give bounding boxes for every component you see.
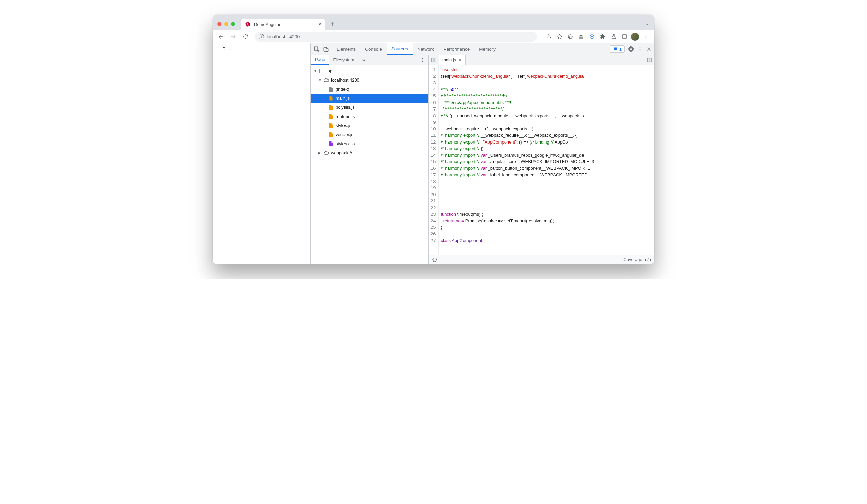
- tab-title: DemoAngular: [254, 22, 281, 27]
- navigator-subtab-filesystem[interactable]: Filesystem: [329, 55, 358, 65]
- devtools-tab-network[interactable]: Network: [413, 43, 439, 55]
- extension-icon-2[interactable]: [587, 32, 597, 42]
- svg-point-6: [591, 36, 593, 37]
- svg-point-20: [422, 61, 423, 61]
- tree-file[interactable]: vendor.js: [311, 130, 428, 139]
- tree-webpack[interactable]: ▶ webpack://: [311, 148, 428, 157]
- tree-label: polyfills.js: [336, 105, 355, 110]
- devtools-more-tabs[interactable]: »: [500, 43, 512, 55]
- minimize-window-button[interactable]: [224, 22, 228, 26]
- svg-point-16: [640, 48, 641, 50]
- tree-file[interactable]: styles.css: [311, 139, 428, 148]
- editor-panel: main.js × 123456789101112131415161718192…: [429, 55, 654, 264]
- file-tree[interactable]: ▼ top ▼ localhost:4200 (index)main.jspol…: [311, 65, 428, 264]
- profile-avatar[interactable]: [630, 32, 640, 42]
- tree-file[interactable]: polyfills.js: [311, 103, 428, 112]
- code-content[interactable]: "use strict";(self["webpackChunkdemo_ang…: [439, 65, 596, 255]
- pretty-print-button[interactable]: {}: [432, 257, 438, 262]
- toolbar-actions: [544, 32, 651, 42]
- counter-widget: + 0 -: [215, 46, 232, 52]
- devtools: ElementsConsoleSourcesNetworkPerformance…: [310, 43, 654, 264]
- share-icon[interactable]: [544, 32, 554, 42]
- tree-file[interactable]: runtime.js: [311, 112, 428, 121]
- svg-point-15: [640, 47, 641, 48]
- incognito-icon[interactable]: [576, 32, 586, 42]
- svg-point-3: [579, 37, 581, 39]
- navigator-subtab-page[interactable]: Page: [311, 55, 329, 65]
- issues-count: 1: [619, 46, 622, 52]
- main-area: + 0 - ElementsConsoleSourcesNetworkPerfo…: [213, 43, 654, 264]
- labs-flask-icon[interactable]: [609, 32, 619, 42]
- device-toolbar-icon[interactable]: [323, 46, 329, 52]
- editor-tab[interactable]: main.js ×: [439, 55, 465, 65]
- settings-gear-icon[interactable]: [628, 46, 634, 52]
- tree-label: localhost:4200: [331, 77, 359, 83]
- tree-label: styles.js: [336, 123, 351, 128]
- tree-label: top: [326, 68, 332, 74]
- counter-value: 0: [221, 46, 227, 52]
- navigator-subtabs: PageFilesystem »: [311, 55, 428, 65]
- editor-tab-label: main.js: [442, 57, 456, 62]
- back-button[interactable]: [216, 32, 226, 42]
- sidepanel-icon[interactable]: [619, 32, 629, 42]
- svg-point-18: [422, 58, 423, 59]
- tree-file[interactable]: main.js: [311, 94, 428, 103]
- editor-tabbar: main.js ×: [429, 55, 654, 65]
- toggle-debugger-icon[interactable]: [644, 55, 654, 65]
- chrome-menu-icon[interactable]: [641, 32, 651, 42]
- counter-minus-button[interactable]: -: [227, 46, 232, 52]
- devtools-tab-memory[interactable]: Memory: [474, 43, 500, 55]
- devtools-tab-elements[interactable]: Elements: [332, 43, 360, 55]
- address-bar[interactable]: i localhost:4200: [255, 32, 537, 42]
- svg-point-11: [645, 38, 646, 39]
- url-port: :4200: [288, 34, 300, 40]
- navigator-menu-icon[interactable]: [417, 55, 428, 65]
- svg-point-17: [640, 50, 641, 51]
- chevron-right-icon: ▶: [318, 151, 322, 155]
- reload-button[interactable]: [240, 32, 250, 42]
- new-tab-button[interactable]: +: [328, 19, 338, 29]
- site-info-icon[interactable]: i: [258, 34, 264, 40]
- inspect-element-icon[interactable]: [313, 46, 320, 52]
- tree-label: vendor.js: [336, 132, 353, 137]
- devtools-tab-performance[interactable]: Performance: [439, 43, 474, 55]
- counter-plus-button[interactable]: +: [215, 46, 221, 52]
- tree-file[interactable]: (index): [311, 85, 428, 94]
- tree-origin[interactable]: ▼ localhost:4200: [311, 76, 428, 85]
- svg-rect-7: [622, 35, 627, 39]
- tree-label: main.js: [336, 96, 350, 101]
- browser-window: DemoAngular × + i localhost:4200: [213, 15, 654, 264]
- close-window-button[interactable]: [217, 22, 222, 26]
- editor-tab-close-icon[interactable]: ×: [459, 57, 462, 63]
- tab-strip: DemoAngular × +: [213, 15, 654, 30]
- navigator-more-icon[interactable]: »: [360, 55, 368, 65]
- svg-point-2: [571, 36, 571, 36]
- toggle-navigator-icon[interactable]: [429, 55, 439, 65]
- issues-badge[interactable]: 1: [610, 45, 625, 53]
- tree-label: webpack://: [331, 150, 352, 155]
- devtools-close-icon[interactable]: [646, 46, 652, 52]
- svg-point-19: [422, 59, 423, 60]
- svg-rect-14: [326, 48, 328, 52]
- chevron-down-icon: ▼: [313, 69, 317, 73]
- svg-point-10: [645, 36, 646, 37]
- window-controls: [217, 22, 235, 26]
- angular-favicon: [245, 22, 250, 27]
- devtools-tab-console[interactable]: Console: [360, 43, 387, 55]
- tab-close-icon[interactable]: ×: [318, 21, 321, 27]
- tree-label: styles.css: [336, 141, 355, 146]
- devtools-tab-sources[interactable]: Sources: [387, 43, 413, 55]
- tree-top-frame[interactable]: ▼ top: [311, 66, 428, 76]
- devtools-menu-icon[interactable]: [638, 46, 643, 52]
- extension-icon[interactable]: [565, 32, 575, 42]
- code-editor[interactable]: 1234567891011121314151617181920212223242…: [429, 65, 654, 255]
- forward-button[interactable]: [228, 32, 238, 42]
- tab-dropdown-icon[interactable]: [645, 22, 650, 26]
- bookmark-star-icon[interactable]: [555, 32, 565, 42]
- maximize-window-button[interactable]: [231, 22, 235, 26]
- editor-footer: {} Coverage: n/a: [429, 255, 654, 264]
- svg-point-1: [569, 36, 570, 36]
- extensions-puzzle-icon[interactable]: [598, 32, 608, 42]
- tree-file[interactable]: styles.js: [311, 121, 428, 130]
- browser-tab[interactable]: DemoAngular ×: [241, 19, 325, 30]
